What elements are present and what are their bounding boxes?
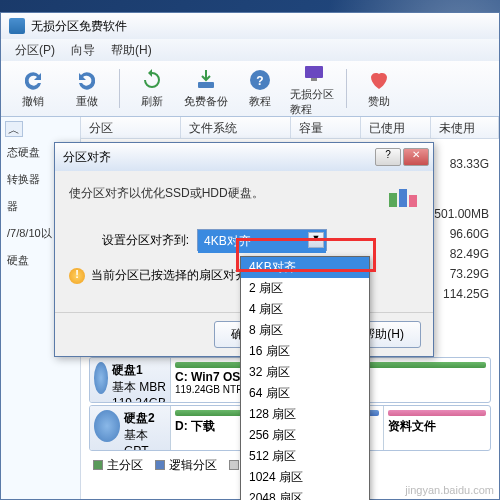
disk-icon	[94, 410, 120, 442]
watermark: jingyan.baidu.com	[405, 484, 494, 496]
disk-icon	[94, 362, 108, 394]
dialog-titlebar[interactable]: 分区对齐 ? ✕	[55, 143, 433, 171]
svg-rect-4	[311, 78, 317, 81]
align-label: 设置分区对齐到:	[69, 232, 189, 249]
col-filesystem[interactable]: 文件系统	[181, 117, 291, 138]
dropdown-item[interactable]: 128 扇区	[241, 404, 369, 425]
dropdown-item[interactable]: 64 扇区	[241, 383, 369, 404]
svg-rect-6	[399, 189, 407, 207]
svg-rect-0	[198, 82, 214, 88]
donate-button[interactable]: 赞助	[355, 65, 403, 112]
undo-icon	[21, 68, 45, 92]
dropdown-item[interactable]: 32 扇区	[241, 362, 369, 383]
toolbar: 撤销 重做 刷新 免费备份 ?教程 无损分区教程 赞助	[1, 61, 499, 117]
align-dropdown: 4KB对齐 2 扇区 4 扇区 8 扇区 16 扇区 32 扇区 64 扇区 1…	[240, 256, 370, 500]
tutorial-button[interactable]: ?教程	[236, 65, 284, 112]
app-icon	[9, 18, 25, 34]
chevron-down-icon: ▼	[308, 232, 324, 248]
refresh-icon	[140, 68, 164, 92]
warning-icon: !	[69, 268, 85, 284]
window-title: 无损分区免费软件	[31, 18, 127, 35]
help-button[interactable]: ?	[375, 148, 401, 166]
donate-icon	[367, 68, 391, 92]
dropdown-item[interactable]: 16 扇区	[241, 341, 369, 362]
redo-icon	[75, 68, 99, 92]
dropdown-item[interactable]: 4KB对齐	[241, 257, 369, 278]
dropdown-item[interactable]: 2048 扇区	[241, 488, 369, 500]
dialog-title: 分区对齐	[63, 149, 111, 166]
redo-button[interactable]: 重做	[63, 65, 111, 112]
dropdown-item[interactable]: 2 扇区	[241, 278, 369, 299]
col-capacity[interactable]: 容量	[291, 117, 361, 138]
col-partition[interactable]: 分区	[81, 117, 181, 138]
svg-rect-5	[389, 193, 397, 207]
column-headers: 分区 文件系统 容量 已使用 未使用	[81, 117, 499, 139]
scroll-up-icon[interactable]: ︿	[5, 121, 23, 137]
col-used[interactable]: 已使用	[361, 117, 431, 138]
lossless-tutorial-button[interactable]: 无损分区教程	[290, 65, 338, 112]
tutorial-icon	[302, 61, 326, 85]
dropdown-item[interactable]: 512 扇区	[241, 446, 369, 467]
menu-wizard[interactable]: 向导	[63, 39, 103, 61]
svg-rect-7	[409, 195, 417, 207]
col-unused[interactable]: 未使用	[431, 117, 499, 138]
menu-partition[interactable]: 分区(P)	[7, 39, 63, 61]
svg-text:?: ?	[256, 74, 263, 88]
dialog-text: 使分区对齐以优化SSD或HDD硬盘。	[69, 185, 419, 202]
undo-button[interactable]: 撤销	[9, 65, 57, 112]
dropdown-item[interactable]: 8 扇区	[241, 320, 369, 341]
help-icon: ?	[248, 68, 272, 92]
menu-help[interactable]: 帮助(H)	[103, 39, 160, 61]
partition-icon	[387, 185, 419, 213]
dropdown-item[interactable]: 4 扇区	[241, 299, 369, 320]
svg-rect-3	[305, 66, 323, 78]
close-button[interactable]: ✕	[403, 148, 429, 166]
titlebar: 无损分区免费软件	[1, 13, 499, 39]
align-combobox[interactable]: 4KB对齐 ▼	[197, 229, 327, 251]
backup-icon	[194, 68, 218, 92]
dropdown-item[interactable]: 256 扇区	[241, 425, 369, 446]
dropdown-item[interactable]: 1024 扇区	[241, 467, 369, 488]
backup-button[interactable]: 免费备份	[182, 65, 230, 112]
refresh-button[interactable]: 刷新	[128, 65, 176, 112]
menubar: 分区(P) 向导 帮助(H)	[1, 39, 499, 61]
